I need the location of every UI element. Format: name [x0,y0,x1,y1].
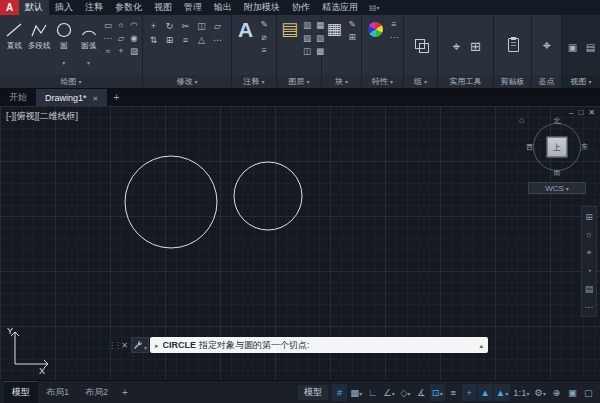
ribbon-tab[interactable]: 输出 [208,0,238,15]
clipboard-panel-footer[interactable]: 剪贴板 [494,75,531,88]
layers-panel-footer[interactable]: 图层 [277,75,321,88]
drawing-canvas[interactable]: [-][俯视][二维线框] –□✕ ⌂ 北 南 西 东 上 WCS ⊞○⌖◔▤⋯… [0,106,600,380]
graphics-performance-icon[interactable]: ▣ [565,384,580,401]
mini-icon[interactable]: ⊞ [583,210,595,223]
mini-icon[interactable]: ≈ [102,45,114,57]
mini-icon[interactable]: ⊞ [467,38,484,56]
mini-icon[interactable]: ▱ [210,19,225,32]
group-icon[interactable] [415,39,427,51]
ribbon-tab[interactable]: 默认 [19,0,49,15]
mini-icon[interactable]: ✂ [178,19,193,32]
snap-grid-icon[interactable]: # [332,384,347,401]
mini-icon[interactable]: ▥ [301,19,313,31]
new-layout-button[interactable] [116,387,134,398]
utilities-panel-footer[interactable]: 实用工具 [438,75,493,88]
annotation-autoscale-icon[interactable]: ▲ [494,384,510,401]
mini-icon[interactable]: ⌖ [583,246,595,259]
mini-icon[interactable]: ⊞ [162,33,177,46]
mini-icon[interactable]: ✎ [258,18,270,30]
viewcube-top-face[interactable]: 上 [547,137,568,158]
snap-mode-icon[interactable]: ▦ [348,384,364,401]
mini-icon[interactable]: ◠ [128,19,140,31]
insert-block-icon[interactable]: ▦ [325,18,344,37]
viewcube-south[interactable]: 南 [554,168,561,178]
mini-icon[interactable]: ⋯ [583,300,595,313]
mini-icon[interactable]: ↻ [162,19,177,32]
ortho-icon[interactable]: ∟ [365,384,380,401]
lineweight-icon[interactable]: ≡ [446,384,461,401]
ribbon-tab[interactable]: 视图 [148,0,178,15]
ribbon-tab[interactable]: 精选应用 [316,0,364,15]
close-icon[interactable] [119,337,130,353]
color-wheel-icon[interactable] [368,22,383,37]
line-tool-button[interactable]: 直线 [3,18,26,50]
mini-icon[interactable]: ⊞ [346,31,358,43]
mini-icon[interactable]: ▭ [102,19,114,31]
customize-button[interactable] [131,337,149,353]
chevron-down-icon[interactable] [62,51,65,69]
close-icon[interactable] [93,93,99,103]
arc-tool-button[interactable]: 圆弧 [77,18,100,69]
mini-icon[interactable]: ○ [115,19,127,31]
viewcube-north[interactable]: 北 [554,116,561,126]
mini-icon[interactable]: ▤ [583,282,595,295]
interface-grid-icon[interactable]: ▤ [369,3,380,12]
polyline-tool-button[interactable]: 多段线 [28,18,51,50]
ribbon-tab[interactable]: 注释 [79,0,109,15]
layout-tab[interactable]: 布局2 [77,381,116,403]
mini-icon[interactable]: + [115,45,127,57]
mini-icon[interactable]: ◫ [194,19,209,32]
mini-icon[interactable]: ⋯ [388,31,400,43]
clipboard-icon[interactable] [508,38,519,52]
mini-icon[interactable]: ⌖ [448,38,465,56]
command-input[interactable]: CIRCLE指定对象与圆的第一个切点: [150,337,488,353]
annotation-visibility-icon[interactable]: ▲ [478,384,493,401]
mini-icon[interactable]: ◫ [301,45,313,57]
mini-icon[interactable]: ⋯ [210,33,225,46]
mini-icon[interactable]: + [146,19,161,32]
ribbon-tab[interactable]: 插入 [49,0,79,15]
circle-tool-button[interactable]: 圆 [53,18,76,69]
mini-icon[interactable]: ◔ [583,264,595,277]
mini-icon[interactable]: ⌀ [258,31,270,43]
basepoint-icon[interactable]: ⌖ [543,37,551,54]
chevron-down-icon[interactable] [87,51,90,69]
mini-icon[interactable]: ▣ [566,40,580,54]
home-icon[interactable]: ⌂ [519,115,524,125]
layer-properties-icon[interactable]: ▤ [280,18,299,38]
basepoint-panel-footer[interactable]: 基点 [532,75,561,88]
app-logo-icon[interactable]: A [0,0,19,15]
mini-icon[interactable]: ⋯ [102,32,114,44]
isodraft-icon[interactable]: ◇ [398,384,413,401]
properties-panel-footer[interactable]: 特性 [362,75,403,88]
mini-icon[interactable]: ≡ [258,44,270,56]
annotation-scale-button[interactable]: 1:1 [511,384,531,401]
mini-icon[interactable]: ▤ [584,40,598,54]
text-tool-icon[interactable]: A [235,18,256,40]
mini-icon[interactable]: ▱ [115,32,127,44]
ribbon-tab[interactable]: 附加模块 [238,0,286,15]
annotate-panel-footer[interactable]: 注释 [232,75,276,88]
polar-tracking-icon[interactable]: ∠ [381,384,397,401]
layout-tab[interactable]: 模型 [4,381,38,403]
mini-icon[interactable]: ≡ [388,18,400,30]
drawn-circle[interactable] [125,156,217,248]
block-panel-footer[interactable]: 块 [322,75,361,88]
workspace-switch-icon[interactable]: ⚙ [532,384,548,401]
mini-icon[interactable]: ◉ [128,32,140,44]
mini-icon[interactable]: ▧ [301,32,313,44]
view-panel-footer[interactable]: 视图 [562,75,600,88]
annotation-monitor-icon[interactable]: ⊕ [549,384,564,401]
viewcube-east[interactable]: 东 [581,142,588,152]
ribbon-tab[interactable]: 协作 [286,0,316,15]
dynamic-input-icon[interactable]: + [462,384,477,401]
mini-icon[interactable]: △ [194,33,209,46]
file-tab-drawing1[interactable]: Drawing1* [36,89,107,106]
viewcube[interactable]: ⌂ 北 南 西 东 上 [528,118,586,176]
draw-panel-footer[interactable]: 绘图 [0,75,142,88]
drawn-circle[interactable] [234,162,302,230]
mini-icon[interactable]: ○ [583,228,595,241]
model-space-button[interactable]: 模型 [298,385,328,400]
ribbon-tab[interactable]: 管理 [178,0,208,15]
layout-tab[interactable]: 布局1 [38,381,77,403]
